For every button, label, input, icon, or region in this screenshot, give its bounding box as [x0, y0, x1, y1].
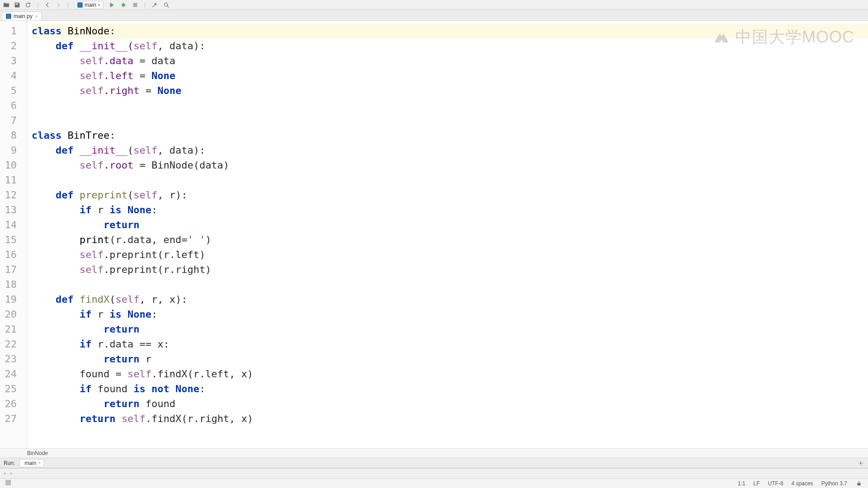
gutter: 1234567891011121314151617181920212223242… [0, 21, 27, 448]
code-line: found = self.findX(r.left, x) [32, 366, 868, 381]
close-icon[interactable]: × [38, 460, 41, 465]
chevron-right-icon[interactable]: » [4, 471, 6, 476]
gear-icon[interactable] [857, 460, 864, 467]
svg-rect-2 [133, 3, 137, 7]
line-number: 16 [0, 247, 17, 262]
run-icon[interactable] [108, 1, 115, 9]
stop-icon[interactable] [132, 1, 139, 9]
run-tab-main[interactable]: main × [19, 459, 44, 467]
save-icon[interactable] [14, 1, 21, 9]
interpreter[interactable]: Python 3.7 [821, 480, 847, 487]
line-number: 17 [0, 262, 17, 277]
open-icon[interactable] [3, 1, 10, 9]
run-label: Run: [4, 460, 15, 466]
svg-rect-0 [77, 2, 83, 8]
code-line: self.right = None [32, 83, 868, 98]
code-line [32, 277, 868, 292]
chevron-right-icon[interactable]: » [10, 471, 13, 476]
code-line: def findX(self, r, x): [32, 292, 868, 307]
close-icon[interactable]: × [35, 14, 38, 19]
line-number: 23 [0, 352, 17, 366]
code-line: return self.findX(r.right, x) [32, 411, 868, 426]
code-line: print(r.data, end=' ') [32, 232, 868, 247]
line-number: 24 [0, 366, 17, 381]
status-widget[interactable] [5, 480, 11, 487]
line-number: 8 [0, 128, 17, 143]
svg-rect-4 [6, 14, 11, 19]
line-number: 7 [0, 113, 17, 128]
indent-setting[interactable]: 4 spaces [792, 480, 813, 487]
editor[interactable]: 1234567891011121314151617181920212223242… [0, 21, 868, 448]
code-line: self.preprint(r.left) [32, 247, 868, 262]
python-icon [77, 2, 83, 8]
run-tool-window-header: Run: main × [0, 458, 868, 468]
lock-icon[interactable] [855, 480, 863, 487]
code-line [32, 113, 868, 128]
svg-point-6 [860, 462, 862, 464]
code-line: class BinTree: [32, 128, 868, 143]
code-line: if r is None: [32, 202, 868, 217]
breadcrumb[interactable]: BinNode [0, 448, 868, 458]
line-ending[interactable]: LF [754, 480, 760, 487]
line-number: 14 [0, 217, 17, 232]
code-line: if r.data == x: [32, 337, 868, 352]
code-line: self.preprint(r.right) [32, 262, 868, 277]
code-line: def __init__(self, data): [32, 38, 868, 53]
reload-icon[interactable] [24, 1, 32, 9]
code-line [32, 173, 868, 188]
code-line: self.left = None [32, 68, 868, 83]
line-number: 2 [0, 38, 17, 53]
svg-point-3 [165, 3, 168, 6]
file-encoding[interactable]: UTF-8 [768, 480, 783, 487]
code-line: return [32, 322, 868, 337]
line-number: 21 [0, 322, 17, 337]
code-line: return [32, 217, 868, 232]
svg-rect-8 [858, 483, 861, 485]
line-number: 9 [0, 143, 17, 158]
line-number: 26 [0, 396, 17, 411]
wrench-icon[interactable] [151, 1, 158, 9]
line-number: 5 [0, 83, 17, 98]
code-line: def preprint(self, r): [32, 188, 868, 202]
line-number: 11 [0, 173, 17, 188]
code-line: self.data = data [32, 53, 868, 68]
line-number: 13 [0, 202, 17, 217]
line-number: 1 [0, 23, 17, 38]
search-icon[interactable] [163, 1, 170, 9]
nav-back-icon[interactable] [44, 1, 51, 9]
file-tab-main[interactable]: main.py × [2, 12, 42, 20]
code-line: return r [32, 352, 868, 366]
run-config-label: main [85, 2, 96, 8]
svg-point-1 [122, 3, 125, 6]
code-line: if found is not None: [32, 381, 868, 396]
code-line: def __init__(self, data): [32, 143, 868, 158]
code-area[interactable]: class BinNode: def __init__(self, data):… [27, 21, 868, 448]
line-number: 19 [0, 292, 17, 307]
line-number: 18 [0, 277, 17, 292]
status-bar: 1:1 LF UTF-8 4 spaces Python 3.7 [0, 478, 868, 488]
bottom-collapse-strip: » » [0, 468, 868, 478]
code-line [32, 98, 868, 113]
svg-rect-7 [5, 480, 11, 485]
line-number: 15 [0, 232, 17, 247]
chevron-down-icon: ▾ [98, 3, 100, 7]
line-number: 25 [0, 381, 17, 396]
line-number: 12 [0, 188, 17, 202]
line-number: 6 [0, 98, 17, 113]
debug-icon[interactable] [120, 1, 127, 9]
line-number: 22 [0, 337, 17, 352]
line-number: 20 [0, 307, 17, 322]
line-number: 10 [0, 158, 17, 173]
line-number: 3 [0, 53, 17, 68]
nav-forward-icon[interactable] [55, 1, 62, 9]
python-file-icon [6, 14, 11, 19]
code-line: if r is None: [32, 307, 868, 322]
line-number: 27 [0, 411, 17, 426]
main-toolbar: main ▾ [0, 0, 868, 10]
cursor-position[interactable]: 1:1 [738, 480, 745, 487]
run-configuration-selector[interactable]: main ▾ [74, 1, 104, 9]
file-tab-bar: main.py × [0, 10, 868, 21]
file-tab-label: main.py [14, 13, 33, 19]
line-number: 4 [0, 68, 17, 83]
code-line: return found [32, 396, 868, 411]
